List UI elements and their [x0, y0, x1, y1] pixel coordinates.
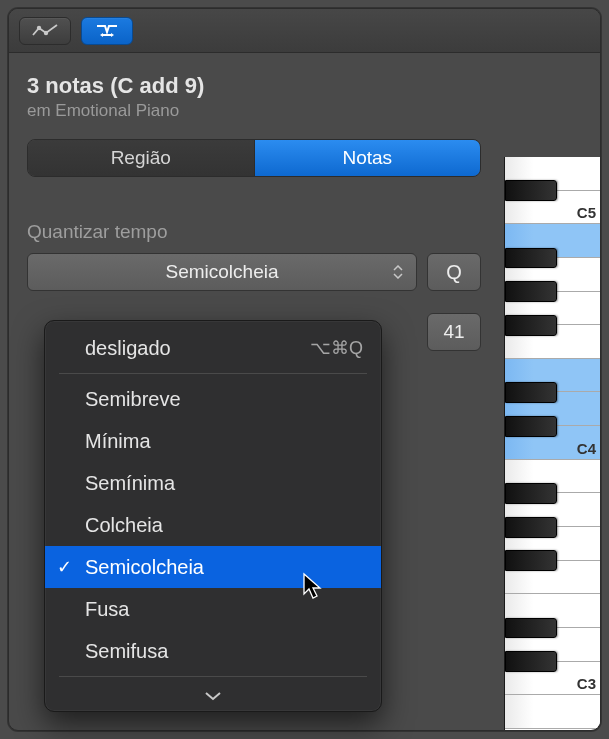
automation-icon: [32, 22, 58, 40]
svg-point-1: [44, 30, 48, 34]
selection-subtitle: em Emotional Piano: [27, 101, 481, 121]
menu-item-off[interactable]: desligado ⌥⌘Q: [45, 327, 381, 369]
filter-icon: [94, 22, 120, 40]
menu-item[interactable]: ✓Semicolcheia: [45, 546, 381, 588]
chevron-down-icon: [204, 691, 222, 701]
black-key[interactable]: [505, 483, 557, 504]
key-label: C3: [577, 675, 596, 692]
select-caret-icon: [388, 254, 408, 290]
svg-marker-3: [111, 33, 114, 37]
menu-item-label: Colcheia: [85, 514, 163, 537]
menu-item-label: Semínima: [85, 472, 175, 495]
mode-segmented: Região Notas: [27, 139, 481, 177]
quantize-label: Quantizar tempo: [27, 221, 481, 243]
menu-item[interactable]: Mínima: [45, 420, 381, 462]
menu-more[interactable]: [45, 681, 381, 711]
menu-shortcut: ⌥⌘Q: [310, 337, 363, 359]
menu-item[interactable]: Colcheia: [45, 504, 381, 546]
menu-item[interactable]: Semibreve: [45, 378, 381, 420]
black-key[interactable]: [505, 517, 557, 538]
black-key[interactable]: [505, 248, 557, 269]
menu-separator: [59, 676, 367, 677]
key-label: C5: [577, 204, 596, 221]
quantize-menu: desligado ⌥⌘Q SemibreveMínimaSemínimaCol…: [44, 320, 382, 712]
black-key[interactable]: [505, 618, 557, 639]
selection-title: 3 notas (C add 9): [27, 73, 481, 99]
svg-marker-2: [100, 33, 103, 37]
check-icon: ✓: [57, 556, 72, 578]
piano-keyboard[interactable]: C5C4C3: [504, 157, 600, 730]
quantize-select-value: Semicolcheia: [166, 261, 279, 283]
quantize-row: Semicolcheia Q: [27, 253, 481, 291]
toolbar: [9, 9, 600, 53]
black-key[interactable]: [505, 651, 557, 672]
tab-notes[interactable]: Notas: [255, 140, 481, 176]
menu-item-label: Fusa: [85, 598, 129, 621]
white-key[interactable]: [505, 695, 600, 729]
filter-tool-button[interactable]: [81, 17, 133, 45]
black-key[interactable]: [505, 550, 557, 571]
menu-separator: [59, 373, 367, 374]
menu-item-label: Mínima: [85, 430, 151, 453]
automation-tool-button[interactable]: [19, 17, 71, 45]
black-key[interactable]: [505, 315, 557, 336]
menu-item-label: Semifusa: [85, 640, 168, 663]
inspector-content: 3 notas (C add 9) em Emotional Piano Reg…: [9, 53, 499, 351]
black-key[interactable]: [505, 281, 557, 302]
menu-item[interactable]: Semifusa: [45, 630, 381, 672]
menu-item[interactable]: Fusa: [45, 588, 381, 630]
key-label: C4: [577, 440, 596, 457]
velocity-value[interactable]: 41: [427, 313, 481, 351]
menu-item-label: Semibreve: [85, 388, 181, 411]
black-key[interactable]: [505, 382, 557, 403]
menu-item-label: desligado: [85, 337, 171, 360]
black-key[interactable]: [505, 416, 557, 437]
black-key[interactable]: [505, 180, 557, 201]
svg-point-0: [37, 25, 41, 29]
tab-region[interactable]: Região: [28, 140, 255, 176]
menu-item-label: Semicolcheia: [85, 556, 204, 579]
menu-item[interactable]: Semínima: [45, 462, 381, 504]
quantize-button[interactable]: Q: [427, 253, 481, 291]
quantize-select[interactable]: Semicolcheia: [27, 253, 417, 291]
